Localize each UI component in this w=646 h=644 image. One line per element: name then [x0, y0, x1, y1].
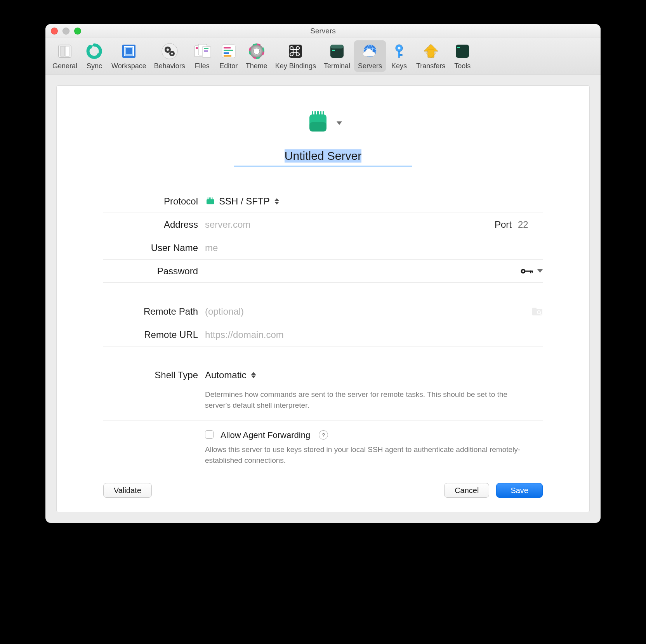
command-key-icon — [286, 42, 305, 61]
svg-rect-20 — [224, 47, 231, 48]
svg-rect-41 — [456, 45, 469, 58]
svg-rect-58 — [530, 270, 531, 273]
toolbar-item-transfers[interactable]: Transfers — [412, 40, 449, 72]
browse-remote-icon[interactable] — [532, 307, 543, 316]
toolbar-item-keys[interactable]: Keys — [386, 40, 412, 72]
svg-rect-21 — [224, 50, 233, 51]
titlebar: Servers — [45, 24, 601, 38]
server-name-input[interactable] — [234, 148, 412, 166]
svg-rect-53 — [210, 197, 211, 199]
svg-rect-45 — [312, 111, 313, 116]
svg-rect-54 — [212, 197, 213, 199]
window-title: Servers — [45, 27, 601, 35]
theme-icon — [247, 42, 266, 61]
toolbar-item-editor[interactable]: Editor — [215, 40, 242, 72]
svg-rect-23 — [224, 55, 231, 57]
username-label: User Name — [103, 242, 198, 253]
updown-icon — [251, 372, 256, 378]
password-input[interactable] — [205, 266, 516, 277]
preferences-window: Servers General Sync — [45, 24, 601, 523]
svg-point-56 — [522, 270, 524, 272]
connector-mini-icon — [205, 197, 216, 205]
toolbar-item-behaviors[interactable]: Behaviors — [150, 40, 189, 72]
toolbar-item-servers[interactable]: Servers — [354, 40, 386, 72]
port-input[interactable] — [518, 219, 543, 230]
remote-path-label: Remote Path — [103, 306, 198, 317]
svg-point-12 — [171, 52, 173, 54]
sync-icon — [85, 42, 104, 61]
agent-forwarding-checkbox[interactable] — [205, 430, 214, 439]
connector-icon — [304, 109, 332, 137]
editor-icon — [219, 42, 238, 61]
workspace-icon — [120, 42, 138, 61]
shell-type-select[interactable]: Automatic — [205, 370, 256, 381]
svg-rect-18 — [204, 50, 208, 52]
toolbar-item-terminal[interactable]: Terminal — [320, 40, 354, 72]
username-input[interactable] — [205, 242, 543, 253]
cancel-button[interactable]: Cancel — [444, 483, 489, 498]
shell-type-label: Shell Type — [103, 370, 198, 381]
save-button[interactable]: Save — [496, 483, 543, 498]
password-key-menu[interactable] — [520, 267, 543, 275]
key-horizontal-icon — [520, 267, 534, 275]
password-label: Password — [103, 266, 198, 277]
toolbar-item-tools[interactable]: Tools — [449, 40, 476, 72]
svg-rect-30 — [330, 45, 344, 48]
gears-icon — [160, 42, 179, 61]
agent-forwarding-description: Allows this server to use keys stored in… — [205, 444, 543, 466]
svg-rect-42 — [457, 47, 460, 48]
protocol-label: Protocol — [103, 196, 198, 207]
content-area: Untitled Server Protocol SSH / SFTP — [45, 74, 601, 523]
agent-forwarding-help[interactable]: ? — [319, 430, 328, 440]
address-label: Address — [103, 219, 198, 230]
switch-icon — [56, 42, 74, 61]
toolbar-item-sync[interactable]: Sync — [81, 40, 108, 72]
tools-terminal-icon — [453, 42, 472, 61]
terminal-icon — [328, 42, 346, 61]
svg-rect-48 — [320, 111, 321, 116]
server-icon-picker[interactable] — [304, 109, 342, 137]
files-icon — [193, 42, 212, 61]
chevron-down-icon — [337, 121, 342, 125]
remote-url-input[interactable] — [205, 329, 543, 340]
chevron-down-icon — [537, 269, 543, 273]
remote-url-label: Remote URL — [103, 329, 198, 340]
svg-point-36 — [398, 47, 400, 50]
toolbar-item-workspace[interactable]: Workspace — [108, 40, 150, 72]
toolbar-item-files[interactable]: Files — [189, 40, 215, 72]
preferences-toolbar: General Sync Workspace — [45, 38, 601, 74]
svg-rect-59 — [532, 270, 533, 272]
svg-rect-51 — [208, 197, 208, 199]
shell-type-description: Determines how commands are sent to the … — [205, 389, 543, 410]
svg-rect-2 — [65, 46, 69, 56]
validate-button[interactable]: Validate — [103, 483, 152, 498]
svg-point-16 — [196, 47, 198, 49]
svg-rect-46 — [314, 111, 316, 116]
toolbar-item-theme[interactable]: Theme — [242, 40, 271, 72]
svg-rect-22 — [224, 52, 229, 54]
svg-point-27 — [254, 48, 260, 54]
svg-rect-61 — [532, 308, 537, 310]
protocol-select[interactable]: SSH / SFTP — [205, 196, 279, 207]
updown-icon — [274, 198, 279, 204]
port-label: Port — [495, 219, 512, 230]
svg-rect-1 — [61, 46, 64, 56]
svg-rect-31 — [332, 50, 335, 51]
svg-rect-44 — [309, 122, 326, 132]
svg-point-10 — [167, 48, 169, 51]
svg-rect-49 — [323, 111, 324, 116]
server-editor-panel: Untitled Server Protocol SSH / SFTP — [56, 85, 590, 512]
key-icon — [390, 42, 408, 61]
svg-rect-47 — [317, 111, 319, 116]
svg-rect-38 — [400, 54, 402, 56]
globe-cloud-icon — [361, 42, 379, 61]
svg-rect-52 — [209, 197, 210, 199]
remote-path-input[interactable] — [205, 306, 528, 317]
transfers-icon — [422, 42, 440, 61]
toolbar-item-general[interactable]: General — [49, 40, 81, 72]
address-input[interactable] — [205, 219, 491, 230]
agent-forwarding-label: Allow Agent Forwarding — [221, 430, 310, 440]
svg-rect-17 — [204, 48, 208, 49]
svg-rect-50 — [207, 199, 214, 204]
toolbar-item-key-bindings[interactable]: Key Bindings — [271, 40, 320, 72]
